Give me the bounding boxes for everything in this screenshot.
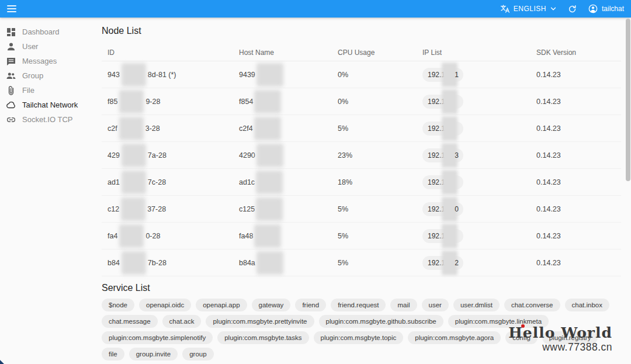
redacted-text <box>121 197 145 221</box>
column-header-sdk-version: SDK Version <box>536 48 621 57</box>
id-suffix: 7b-28 <box>148 259 167 267</box>
sidebar-item-label: Dashboard <box>22 27 60 36</box>
user-avatar-icon[interactable] <box>588 4 598 13</box>
service-tag: openapi.app <box>196 299 247 311</box>
service-tag: gateway <box>252 299 291 311</box>
sidebar-item-group[interactable]: Group <box>0 68 99 83</box>
service-tag: plugin:com.msgbyte.github.subscribe <box>319 315 443 328</box>
ip-tag: 192.160 <box>422 202 463 216</box>
redacted-text <box>442 224 457 248</box>
ip-suffix: 1 <box>455 71 459 79</box>
cell-id: c2f3-28 <box>108 117 239 140</box>
scrollbar-thumb[interactable] <box>626 19 630 181</box>
table-row: b847b-28b84a5%192.1620.14.23 <box>102 249 621 276</box>
id-suffix: 9-28 <box>145 98 160 106</box>
sidebar-item-user[interactable]: User <box>0 39 99 54</box>
service-list-title: Service List <box>102 282 621 294</box>
cell-ip-list: 192.16 <box>422 229 536 243</box>
cell-hostname: f854 <box>239 90 338 113</box>
id-prefix: b84 <box>108 259 120 267</box>
cell-id: fa40-28 <box>108 224 239 248</box>
cpu-value: 5% <box>338 259 348 267</box>
dashboard-icon <box>6 27 16 37</box>
sidebar-item-socket-io-tcp[interactable]: Socket.IO TCP <box>0 112 99 127</box>
redacted-text <box>119 117 144 140</box>
ip-tag: 192.162 <box>422 256 463 270</box>
cell-hostname: fa48 <box>239 224 338 248</box>
watermark-url: www.77388.cn <box>508 341 612 353</box>
hamburger-icon <box>7 5 16 6</box>
cell-id: 4297a-28 <box>108 144 239 167</box>
id-suffix: 7a-28 <box>148 151 167 160</box>
cell-hostname: c2f4 <box>239 117 338 140</box>
watermark: Hello World www.77388.cn <box>508 325 612 353</box>
redacted-text <box>122 171 146 194</box>
sidebar-item-label: File <box>22 86 34 95</box>
table-row: f859-28f8540%192.160.14.23 <box>102 88 621 115</box>
app-header: ENGLISH tailchat <box>0 0 631 18</box>
username-label[interactable]: tailchat <box>602 5 624 13</box>
sidebar-item-dashboard[interactable]: Dashboard <box>0 25 99 39</box>
id-prefix: f85 <box>108 98 117 106</box>
cell-cpu-usage: 5% <box>338 205 422 213</box>
cell-ip-list: 192.16 <box>422 122 536 136</box>
table-row: c1237-28c1255%192.1600.14.23 <box>102 196 621 223</box>
service-tag: plugin:com.msgbyte.agora <box>408 331 501 344</box>
host-prefix: b84a <box>239 259 255 267</box>
id-suffix: 7c-28 <box>148 178 166 186</box>
ip-tag: 192.16 <box>422 95 463 109</box>
id-prefix: ad1 <box>108 178 120 186</box>
cell-hostname: 9439 <box>239 63 338 86</box>
cell-ip-list: 192.16 <box>422 95 536 109</box>
ip-suffix: 2 <box>455 259 459 267</box>
service-tag: plugin:com.msgbyte.topic <box>314 331 404 344</box>
cell-sdk-version: 0.14.23 <box>536 178 621 186</box>
cell-ip-list: 192.163 <box>422 148 536 162</box>
cell-sdk-version: 0.14.23 <box>536 124 621 133</box>
language-selector[interactable]: ENGLISH <box>514 5 546 13</box>
cell-cpu-usage: 0% <box>338 71 422 79</box>
sdk-value: 0.14.23 <box>536 205 561 213</box>
cell-cpu-usage: 23% <box>338 151 422 160</box>
column-header-id: ID <box>108 48 239 57</box>
redacted-text <box>442 116 457 141</box>
table-row: fa40-28fa485%192.160.14.23 <box>102 223 621 249</box>
cloud-icon <box>6 100 16 110</box>
menu-toggle-button[interactable] <box>7 5 16 12</box>
sidebar-item-file[interactable]: File <box>0 83 99 98</box>
sdk-value: 0.14.23 <box>536 232 561 240</box>
cpu-value: 18% <box>338 178 352 186</box>
ip-tag: 192.16 <box>422 175 463 189</box>
cell-ip-list: 192.160 <box>422 202 536 216</box>
sdk-value: 0.14.23 <box>536 124 561 133</box>
service-tag: user.dmlist <box>453 299 500 311</box>
id-prefix: c2f <box>108 124 117 133</box>
refresh-icon[interactable] <box>568 5 577 13</box>
id-suffix: 0-28 <box>145 232 160 240</box>
sidebar-item-messages[interactable]: Messages <box>0 54 99 68</box>
service-tag: file <box>102 348 124 360</box>
ip-suffix: 0 <box>455 205 459 213</box>
cell-sdk-version: 0.14.23 <box>536 259 621 267</box>
sdk-value: 0.14.23 <box>536 98 561 106</box>
id-suffix: 37-28 <box>147 205 166 213</box>
cell-sdk-version: 0.14.23 <box>536 232 621 240</box>
sdk-value: 0.14.23 <box>536 259 561 267</box>
service-tag: chat.ack <box>162 315 202 328</box>
cell-cpu-usage: 5% <box>338 124 422 133</box>
cpu-value: 23% <box>338 151 352 160</box>
group-icon <box>6 71 16 81</box>
header-controls: ENGLISH tailchat <box>500 4 624 13</box>
host-prefix: 9439 <box>239 71 255 79</box>
watermark-title: Hello World <box>508 325 612 340</box>
cell-hostname: b84a <box>239 251 338 275</box>
service-tag: $node <box>102 299 134 311</box>
sidebar-item-tailchat-network[interactable]: Tailchat Network <box>0 98 99 112</box>
service-tag: user <box>422 299 449 311</box>
service-tag: plugin:com.msgbyte.tasks <box>217 331 308 344</box>
cell-sdk-version: 0.14.23 <box>536 205 621 213</box>
cell-sdk-version: 0.14.23 <box>536 98 621 106</box>
cell-ip-list: 192.16 <box>422 175 536 189</box>
chevron-down-icon[interactable] <box>550 6 556 11</box>
id-suffix: 3-28 <box>145 124 160 133</box>
